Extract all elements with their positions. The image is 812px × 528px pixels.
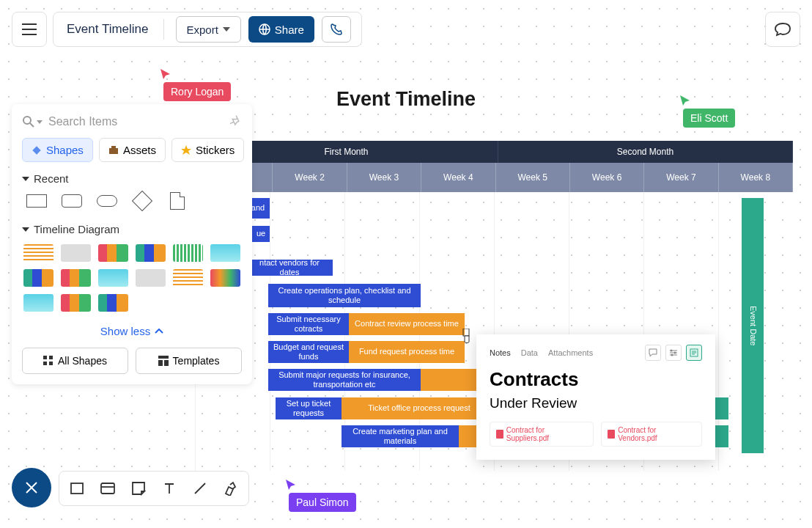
- template-thumb[interactable]: [173, 244, 203, 262]
- phone-icon: [330, 23, 343, 36]
- export-label: Export: [187, 23, 218, 36]
- svg-rect-3: [109, 148, 118, 154]
- attachment-chip[interactable]: Contract for Vendors.pdf: [601, 422, 702, 447]
- menu-button[interactable]: [12, 12, 47, 47]
- search-icon[interactable]: [22, 115, 43, 128]
- gantt-bar[interactable]: Ticket office process request: [342, 397, 497, 419]
- gantt-bar[interactable]: Set up ticket requests: [276, 397, 342, 419]
- gantt-bar[interactable]: Create marketing plan and materials: [342, 425, 459, 447]
- layout-icon: [158, 356, 169, 366]
- gantt-bar[interactable]: Create operations plan, checklist and sc…: [268, 284, 421, 307]
- gantt-bar[interactable]: ntact vendors for dates: [246, 260, 333, 276]
- tool-text[interactable]: [159, 478, 180, 499]
- comment-button[interactable]: [765, 12, 800, 47]
- tool-rectangle[interactable]: [67, 478, 87, 499]
- template-thumb[interactable]: [173, 269, 203, 287]
- attachment-name: Contract for Vendors.pdf: [618, 426, 695, 442]
- all-shapes-button[interactable]: All Shapes: [22, 348, 128, 374]
- template-thumb[interactable]: [98, 244, 128, 262]
- svg-rect-7: [43, 362, 47, 365]
- shapes-sidebar: Shapes Assets Stickers Recent Timeline D…: [12, 104, 252, 384]
- templates-button[interactable]: Templates: [136, 348, 242, 374]
- caret-down-icon: [22, 177, 29, 181]
- gantt-bar[interactable]: ue: [252, 226, 270, 242]
- tab-assets[interactable]: Assets: [99, 138, 166, 162]
- title-bar: Event Timeline Export Share: [53, 12, 362, 47]
- document-title[interactable]: Event Timeline: [64, 22, 152, 37]
- template-thumb[interactable]: [136, 269, 166, 287]
- export-button[interactable]: Export: [176, 16, 241, 43]
- svg-rect-4: [111, 146, 116, 148]
- close-fab[interactable]: [12, 468, 51, 507]
- attachment-chip[interactable]: Contract for Suppliers.pdf: [490, 422, 594, 447]
- tab-label: Assets: [123, 144, 156, 156]
- show-less-label: Show less: [100, 325, 150, 337]
- svg-rect-2: [32, 146, 40, 154]
- gantt-bar[interactable]: Fund request process time: [349, 341, 465, 363]
- popup-subtitle: Under Review: [490, 395, 702, 411]
- shape-rounded-rect[interactable]: [62, 194, 82, 208]
- shape-diamond[interactable]: [132, 194, 152, 208]
- week-header: Week 8: [719, 163, 793, 192]
- template-thumb[interactable]: [61, 244, 91, 262]
- shape-page[interactable]: [167, 194, 188, 208]
- search-input[interactable]: [48, 115, 224, 128]
- popup-tab-attachments[interactable]: Attachments: [548, 348, 593, 357]
- tab-label: Shapes: [46, 144, 84, 156]
- week-header: Week 3: [347, 163, 421, 192]
- tab-stickers[interactable]: Stickers: [171, 138, 244, 162]
- template-thumb[interactable]: [136, 244, 166, 262]
- template-thumb[interactable]: [210, 269, 240, 287]
- week-header: Week 7: [644, 163, 718, 192]
- shape-oval[interactable]: [97, 194, 117, 208]
- tool-sticky-note[interactable]: [128, 478, 149, 499]
- shape-rectangle[interactable]: [26, 194, 47, 208]
- template-thumb[interactable]: [98, 269, 128, 287]
- popup-tab-data[interactable]: Data: [521, 348, 538, 357]
- hamburger-icon: [22, 23, 37, 35]
- tab-label: Stickers: [196, 144, 235, 156]
- popup-tab-notes[interactable]: Notes: [490, 348, 511, 357]
- attachment-name: Contract for Suppliers.pdf: [506, 426, 588, 442]
- template-thumb[interactable]: [210, 244, 240, 262]
- details-popup[interactable]: Notes Data Attachments Contracts Under R…: [476, 334, 715, 460]
- popup-note-icon[interactable]: [686, 345, 702, 361]
- section-recent[interactable]: Recent: [22, 172, 242, 185]
- template-thumb[interactable]: [61, 269, 91, 287]
- week-header: Week 4: [421, 163, 495, 192]
- show-less-button[interactable]: Show less: [22, 325, 242, 337]
- gantt-bar[interactable]: Submit necessary cotracts: [268, 313, 349, 335]
- tab-shapes[interactable]: Shapes: [22, 138, 93, 162]
- tool-frame[interactable]: [97, 478, 118, 499]
- call-button[interactable]: [322, 16, 351, 43]
- button-label: Templates: [173, 355, 220, 367]
- tool-line[interactable]: [190, 478, 210, 499]
- share-button[interactable]: Share: [248, 16, 314, 43]
- template-thumb[interactable]: [23, 244, 53, 262]
- gantt-bar[interactable]: Contract review process time: [349, 313, 465, 335]
- popup-comment-icon[interactable]: [645, 345, 661, 361]
- tool-highlighter[interactable]: [221, 478, 241, 499]
- svg-point-19: [671, 354, 673, 356]
- chevron-up-icon: [155, 329, 163, 334]
- template-thumb[interactable]: [23, 269, 53, 287]
- popup-settings-icon[interactable]: [665, 345, 682, 361]
- gantt-bar-event-date[interactable]: Event Date: [742, 198, 764, 453]
- svg-point-17: [671, 350, 673, 352]
- svg-rect-10: [158, 360, 163, 366]
- template-thumb[interactable]: [61, 294, 91, 312]
- pin-icon[interactable]: [230, 114, 242, 129]
- gantt-bar[interactable]: Budget and request funds: [268, 341, 349, 363]
- svg-rect-21: [496, 430, 503, 439]
- svg-point-18: [674, 352, 676, 354]
- svg-rect-13: [101, 483, 114, 494]
- template-thumb[interactable]: [98, 294, 128, 312]
- caret-down-icon: [37, 120, 43, 124]
- divider: [163, 19, 164, 40]
- chat-icon: [775, 22, 791, 37]
- svg-rect-6: [49, 356, 53, 359]
- gantt-bar[interactable]: Submit major requests for insurance, tra…: [268, 369, 421, 391]
- section-timeline-diagram[interactable]: Timeline Diagram: [22, 223, 242, 235]
- template-thumb[interactable]: [23, 294, 53, 312]
- week-header: Week 6: [570, 163, 644, 192]
